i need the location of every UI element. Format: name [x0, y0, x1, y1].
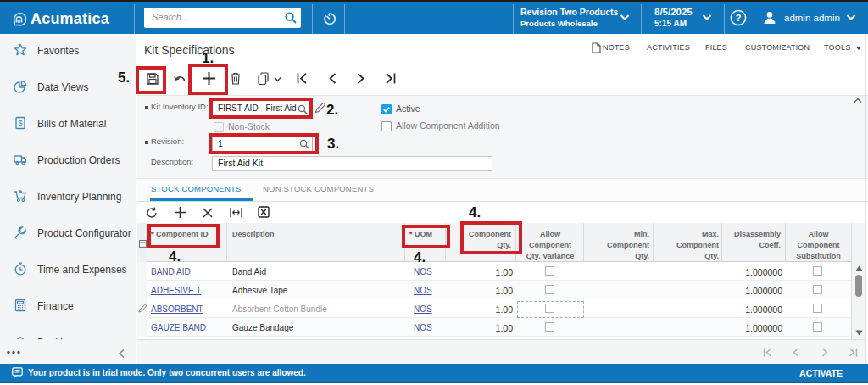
svg-text:?: ?: [735, 13, 741, 23]
svg-text:$: $: [18, 119, 22, 127]
